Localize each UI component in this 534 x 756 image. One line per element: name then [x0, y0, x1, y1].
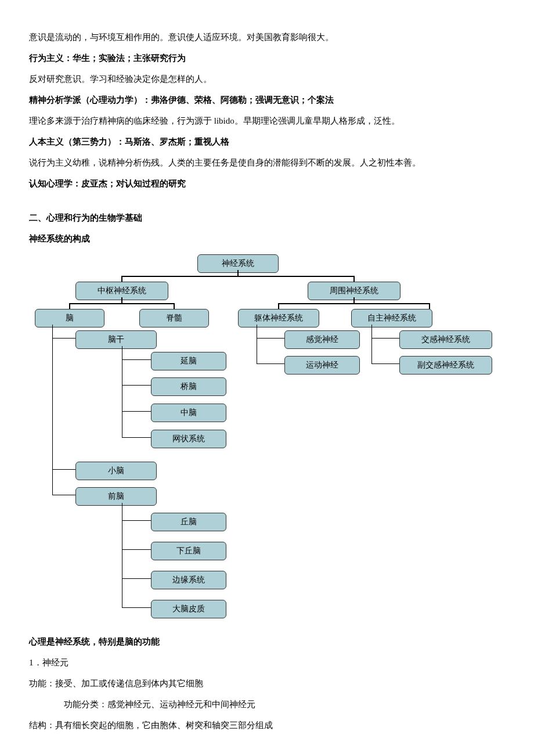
- node-spinal: 脊髓: [139, 309, 209, 327]
- node-pons: 桥脑: [151, 377, 226, 396]
- node-brain: 脑: [35, 309, 104, 327]
- paragraph-neuron-structure: 结构：具有细长突起的细胞，它由胞体、树突和轴突三部分组成: [29, 718, 505, 732]
- section-2-title: 二、心理和行为的生物学基础: [29, 211, 505, 225]
- node-brainstem: 脑干: [75, 330, 157, 349]
- heading-cognitive: 认知心理学：皮亚杰；对认知过程的研究: [29, 177, 505, 190]
- paragraph: 说行为主义幼稚，说精神分析伤残。人类的主要任务是使自身的潜能得到不断的发展。人之…: [29, 156, 505, 170]
- paragraph: 反对研究意识。学习和经验决定你是怎样的人。: [29, 72, 505, 86]
- paragraph-neuron-classification: 功能分类：感觉神经元、运动神经元和中间神经元: [29, 697, 505, 711]
- paragraph-brain-function: 心理是神经系统，特别是脑的功能: [29, 635, 505, 649]
- node-parasympathetic: 副交感神经系统: [399, 356, 492, 375]
- node-autonomic: 自主神经系统: [351, 309, 432, 327]
- section-2-subtitle: 神经系统的构成: [29, 232, 505, 246]
- heading-humanism: 人本主义（第三势力）：马斯洛、罗杰斯；重视人格: [29, 135, 505, 149]
- paragraph: 理论多来源于治疗精神病的临床经验，行为源于 libido。早期理论强调儿童早期人…: [29, 114, 505, 128]
- node-cortex: 大脑皮质: [151, 600, 226, 618]
- node-midbrain: 中脑: [151, 404, 226, 422]
- heading-behaviorism: 行为主义：华生；实验法；主张研究行为: [29, 51, 505, 65]
- node-cerebellum: 小脑: [75, 462, 157, 480]
- node-reticular: 网状系统: [151, 430, 226, 448]
- node-sensory: 感觉神经: [284, 330, 360, 349]
- node-hypothalamus: 下丘脑: [151, 542, 226, 560]
- node-forebrain: 前脑: [75, 487, 157, 506]
- node-limbic: 边缘系统: [151, 571, 226, 589]
- paragraph-neuron-heading: 1．神经元: [29, 656, 505, 669]
- heading-psychoanalysis: 精神分析学派（心理动力学）：弗洛伊德、荣格、阿德勒；强调无意识；个案法: [29, 93, 505, 107]
- paragraph: 意识是流动的，与环境互相作用的。意识使人适应环境。对美国教育影响很大。: [29, 30, 505, 44]
- nervous-system-diagram: 神经系统 中枢神经系统 周围神经系统 脑 脊髓 躯体神经系统 自主神经系统 脑干…: [29, 254, 499, 626]
- paragraph-neuron-function: 功能：接受、加工或传递信息到体内其它细胞: [29, 676, 505, 690]
- node-somatic: 躯体神经系统: [238, 309, 319, 327]
- node-sympathetic: 交感神经系统: [399, 330, 492, 349]
- node-thalamus: 丘脑: [151, 513, 226, 531]
- node-motor: 运动神经: [284, 356, 360, 375]
- node-medulla: 延脑: [151, 352, 226, 370]
